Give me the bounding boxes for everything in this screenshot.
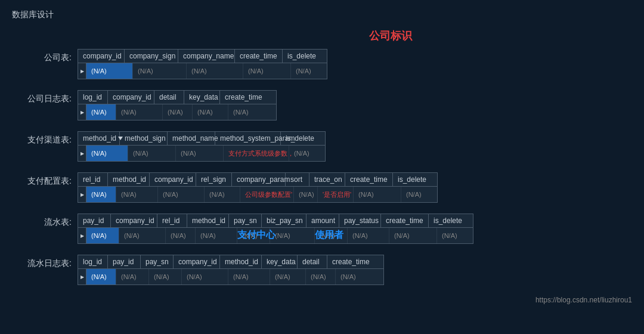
col-key-data2: key_data (262, 255, 298, 268)
cell-company-name: (N/A) (187, 63, 243, 79)
user-label: 使用者 (315, 229, 343, 242)
company-table-header: company_id company_sign company_name cre… (78, 50, 327, 63)
col-trace-on: trace_on (309, 173, 345, 186)
payment-config-header: rel_id method_id company_id rel_sign com… (78, 173, 437, 187)
company-log-table-row: 公司日志表: log_id company_id detail key_data… (12, 90, 632, 120)
payment-config-table-row: 支付配置表: rel_id method_id company_id rel_s… (12, 172, 632, 203)
cell-pay-sn: (N/A) 支付中心 (237, 228, 270, 243)
col-sort: sort (286, 173, 309, 186)
cell-method-sign: (N/A) (128, 146, 176, 161)
col-method-id4: method_id (220, 255, 262, 268)
pay-center-label: 支付中心 (237, 229, 275, 242)
col-method-system-param: method_system_param (215, 132, 281, 145)
col-pay-id: pay_id (78, 214, 111, 227)
cell-method-id3: (N/A) (196, 228, 237, 243)
cell-is-delete4: (N/A) (437, 228, 473, 243)
payment-config-body: (N/A) (N/A) (N/A) (N/A) 公司级参数配置' (N/A) '… (78, 187, 437, 202)
cell-company-id3: (N/A) (158, 187, 205, 202)
col-key-data: key_data (184, 91, 220, 104)
cell-detail: (N/A) (163, 104, 193, 120)
col-company-id4: company_id (111, 214, 157, 227)
page-title: 数据库设计 (12, 10, 632, 20)
flow-log-table-row: 流水日志表: log_id pay_id pay_sn company_id m… (12, 255, 632, 285)
col-create-time5: create_time (327, 255, 375, 268)
col-detail: detail (154, 91, 184, 104)
flow-table: pay_id company_id rel_id method_id pay_s… (78, 214, 473, 244)
cell-detail2: (N/A) (306, 269, 336, 284)
row-indicator3 (78, 146, 86, 161)
cell-key-data: (N/A) (193, 104, 228, 120)
cell-is-delete2: (N/A) (289, 146, 325, 161)
cell-create-time3: (N/A) (354, 187, 401, 202)
payment-channel-label: 支付渠道表: (12, 131, 78, 146)
cell-company-param: 公司级参数配置' (240, 187, 294, 202)
col-method-id3: method_id (187, 214, 229, 227)
col-is-delete3: is_delete (393, 173, 429, 186)
cell-trace-on: '是否启用' (318, 187, 354, 202)
cell-amount: (N/A) 使用者 (315, 228, 348, 243)
col-rel-sign: rel_sign (196, 173, 232, 186)
col-pay-sn: pay_sn (229, 214, 262, 227)
col-create-time3: create_time (345, 173, 393, 186)
col-company-id2: company_id (108, 91, 154, 104)
flow-log-table: log_id pay_id pay_sn company_id method_i… (78, 255, 384, 285)
col-pay-status: pay_status (339, 214, 381, 227)
flow-log-table-label: 流水日志表: (12, 255, 78, 269)
flow-table-row: 流水表: pay_id company_id rel_id method_id … (12, 214, 632, 244)
cell-company-id4: (N/A) (119, 228, 166, 243)
col-method-id: method_id (78, 132, 120, 145)
cell-log-id: (N/A) (86, 104, 116, 120)
cell-pay-id: (N/A) (86, 228, 119, 243)
company-log-table-header: log_id company_id detail key_data create… (78, 91, 276, 104)
cell-is-delete3: (N/A) (401, 187, 437, 202)
col-is-delete4: is_delete (429, 214, 465, 227)
footer-url: https://blog.csdn.net/liuzhirou1 (12, 296, 632, 304)
payment-channel-table-row: 支付渠道表: method_id method_sign method_name… (12, 131, 632, 162)
cell-rel-id2: (N/A) (166, 228, 196, 243)
col-detail2: detail (298, 255, 327, 268)
col-is-delete2: is_delete (281, 132, 317, 145)
cell-key-data2: (N/A) (270, 269, 306, 284)
cell-method-name: (N/A) (176, 146, 224, 161)
company-log-table-label: 公司日志表: (12, 90, 78, 104)
cell-method-system-param: 支付方式系统级参数， (224, 146, 289, 161)
company-table: company_id company_sign company_name cre… (78, 49, 327, 79)
cell-method-id4: (N/A) (228, 269, 270, 284)
cell-method-id: (N/A) (86, 146, 128, 161)
cell-create-time4: (N/A) (389, 228, 437, 243)
flow-table-body: (N/A) (N/A) (N/A) (N/A) (N/A) 支付中心 (N/A)… (78, 228, 473, 243)
col-company-sign: company_sign (125, 50, 178, 63)
flow-table-header: pay_id company_id rel_id method_id pay_s… (78, 214, 473, 228)
col-is-delete: is_delete (283, 50, 318, 63)
company-sign-label: 公司标识 (149, 29, 632, 43)
col-method-name: method_name (168, 132, 215, 145)
cell-pay-id2: (N/A) (116, 269, 149, 284)
col-log-id: log_id (78, 91, 108, 104)
payment-channel-header: method_id method_sign method_name method… (78, 132, 325, 146)
col-rel-id: rel_id (78, 173, 108, 186)
col-company-id3: company_id (150, 173, 196, 186)
col-company-param: company_param (232, 173, 286, 186)
row-indicator (78, 63, 86, 79)
flow-table-label: 流水表: (12, 214, 78, 228)
col-biz-pay-sn: biz_pay_sn (262, 214, 306, 227)
col-log-id2: log_id (78, 255, 108, 268)
cell-company-id5: (N/A) (182, 269, 228, 284)
cell-rel-sign: (N/A) (205, 187, 240, 202)
payment-config-table: rel_id method_id company_id rel_sign com… (78, 172, 438, 203)
col-create-time4: create_time (381, 214, 429, 227)
flow-log-table-header: log_id pay_id pay_sn company_id method_i… (78, 255, 383, 269)
cell-company-id: (N/A) (86, 63, 133, 79)
row-indicator4 (78, 187, 86, 202)
payment-config-label: 支付配置表: (12, 172, 78, 187)
col-method-sign: method_sign (120, 132, 168, 145)
flow-log-table-body: (N/A) (N/A) (N/A) (N/A) (N/A) (N/A) (N/A… (78, 269, 383, 284)
col-rel-id2: rel_id (157, 214, 187, 227)
cell-log-id2: (N/A) (86, 269, 116, 284)
cell-rel-id: (N/A) (86, 187, 116, 202)
cell-company-id2: (N/A) (116, 104, 163, 120)
cell-method-id2: (N/A) (116, 187, 158, 202)
company-table-row: 公司表: company_id company_sign company_nam… (12, 49, 632, 79)
row-indicator5 (78, 228, 86, 243)
col-company-id: company_id (78, 50, 125, 63)
